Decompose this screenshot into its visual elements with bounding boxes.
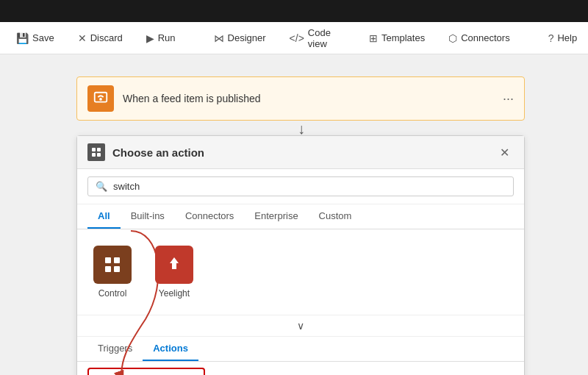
expand-row: ∨ bbox=[77, 315, 524, 337]
discard-icon: ✕ bbox=[78, 32, 87, 44]
discard-button[interactable]: ✕ Discard bbox=[74, 29, 127, 47]
choose-action-title: Choose an action bbox=[112, 146, 204, 159]
connectors-label: Connectors bbox=[461, 32, 509, 43]
code-icon: </> bbox=[290, 32, 304, 44]
top-bar bbox=[0, 0, 588, 22]
search-input[interactable] bbox=[113, 181, 506, 192]
designer-label: Designer bbox=[228, 32, 266, 43]
toolbar: 💾 Save ✕ Discard ▶ Run ⋈ Designer </> Co… bbox=[0, 22, 588, 54]
control-icon bbox=[93, 246, 132, 284]
svg-rect-7 bbox=[114, 257, 120, 263]
tab-connectors[interactable]: Connectors bbox=[175, 204, 244, 229]
tab-all[interactable]: All bbox=[87, 204, 121, 229]
help-label: Help bbox=[557, 32, 577, 43]
choose-action-header: Choose an action ✕ bbox=[77, 136, 524, 169]
search-bar: 🔍 bbox=[77, 169, 524, 204]
tab-triggers[interactable]: Triggers bbox=[87, 337, 143, 361]
yeelight-icon bbox=[155, 246, 193, 284]
result-items: Switch Control ℹ bbox=[77, 362, 524, 375]
save-icon: 💾 bbox=[16, 32, 29, 44]
svg-rect-6 bbox=[105, 257, 111, 263]
run-icon: ▶ bbox=[146, 32, 154, 44]
action-tabs: Triggers Actions bbox=[77, 337, 524, 362]
tab-builtins[interactable]: Built-ins bbox=[121, 204, 175, 229]
svg-rect-8 bbox=[105, 266, 111, 272]
svg-rect-5 bbox=[97, 153, 101, 157]
svg-rect-4 bbox=[92, 153, 96, 157]
code-view-button[interactable]: </> Code view bbox=[285, 24, 335, 52]
category-tabs: All Built-ins Connectors Enterprise Cust… bbox=[77, 204, 524, 229]
choose-action-icon bbox=[87, 143, 105, 161]
connectors-icon: ⬡ bbox=[448, 32, 457, 44]
grid-item-control[interactable]: Control bbox=[87, 240, 137, 304]
help-icon: ? bbox=[548, 32, 554, 44]
trigger-title: When a feed item is published bbox=[123, 93, 494, 104]
trigger-menu-button[interactable]: ··· bbox=[503, 91, 514, 107]
close-button[interactable]: ✕ bbox=[495, 144, 514, 161]
templates-label: Templates bbox=[381, 32, 425, 43]
trigger-block[interactable]: When a feed item is published ··· bbox=[76, 76, 525, 121]
choose-action-panel: Choose an action ✕ 🔍 All Built-ins Conne… bbox=[76, 135, 525, 375]
expand-button[interactable]: ∨ bbox=[297, 320, 304, 332]
trigger-icon bbox=[87, 85, 114, 112]
connectors-button[interactable]: ⬡ Connectors bbox=[444, 29, 514, 47]
templates-button[interactable]: ⊞ Templates bbox=[365, 29, 429, 47]
run-button[interactable]: ▶ Run bbox=[142, 29, 180, 47]
search-icon: 🔍 bbox=[96, 181, 107, 192]
control-label: Control bbox=[98, 288, 127, 299]
templates-icon: ⊞ bbox=[369, 32, 378, 44]
yeelight-label: Yeelight bbox=[159, 288, 190, 299]
svg-rect-9 bbox=[114, 266, 120, 272]
save-button[interactable]: 💾 Save bbox=[12, 29, 59, 47]
svg-rect-2 bbox=[92, 148, 96, 151]
header-left: Choose an action bbox=[87, 143, 204, 161]
run-label: Run bbox=[158, 32, 176, 43]
tab-enterprise[interactable]: Enterprise bbox=[244, 204, 308, 229]
designer-button[interactable]: ⋈ Designer bbox=[209, 29, 270, 47]
canvas: When a feed item is published ··· ↓ Choo… bbox=[0, 54, 588, 375]
svg-point-1 bbox=[99, 98, 102, 101]
svg-rect-3 bbox=[97, 148, 101, 151]
designer-icon: ⋈ bbox=[214, 32, 224, 44]
items-grid: Control Yeelight bbox=[77, 229, 524, 315]
save-label: Save bbox=[32, 32, 54, 43]
switch-control-item[interactable]: Switch Control bbox=[87, 368, 205, 375]
tab-custom[interactable]: Custom bbox=[309, 204, 362, 229]
grid-item-yeelight[interactable]: Yeelight bbox=[149, 240, 199, 304]
code-view-label: Code view bbox=[308, 27, 331, 49]
discard-label: Discard bbox=[90, 32, 123, 43]
help-button[interactable]: ? Help bbox=[544, 29, 582, 47]
tab-actions[interactable]: Actions bbox=[143, 337, 198, 361]
search-input-wrap[interactable]: 🔍 bbox=[87, 176, 514, 196]
